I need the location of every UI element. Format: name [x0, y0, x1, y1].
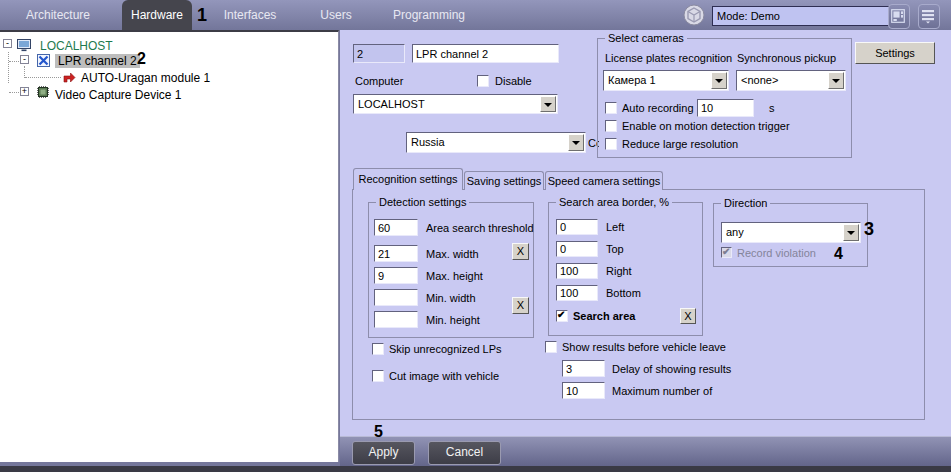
clear-search-area-button[interactable]: X: [680, 308, 696, 324]
computer-label: Computer: [355, 75, 403, 87]
delay-results-field[interactable]: [562, 360, 605, 377]
combo-arrow-icon[interactable]: [828, 72, 844, 89]
max-number-label: Maximum number of: [612, 385, 712, 397]
capture-device-icon: [36, 85, 50, 103]
skip-unrecognized-checkbox[interactable]: [372, 343, 384, 355]
uragan-module-icon: [63, 70, 76, 88]
tree-item-lpr-channel[interactable]: LPR channel 2: [55, 54, 140, 68]
max-height-field[interactable]: [374, 267, 418, 284]
combo-arrow-icon[interactable]: [540, 96, 556, 112]
search-area-checkbox[interactable]: [556, 310, 568, 322]
sync-pickup-combo-value: <none>: [741, 74, 778, 86]
combo-arrow-icon[interactable]: [711, 72, 727, 89]
annotation-3: 3: [864, 220, 874, 238]
auto-recording-checkbox[interactable]: [605, 102, 617, 114]
mode-input[interactable]: [712, 6, 892, 26]
cancel-button[interactable]: Cancel: [428, 441, 501, 465]
skip-unrecognized-label: Skip unrecognized LPs: [389, 343, 502, 355]
reduce-resolution-checkbox[interactable]: [605, 138, 617, 150]
sync-pickup-combo[interactable]: <none>: [736, 70, 846, 91]
apply-button[interactable]: Apply: [352, 441, 415, 465]
seconds-unit-label: s: [769, 102, 775, 114]
min-width-field[interactable]: [374, 289, 418, 306]
computer-combo[interactable]: LOCALHOST: [353, 94, 558, 114]
expand-box-localhost[interactable]: -: [3, 39, 12, 48]
menu-hardware[interactable]: Hardware: [122, 0, 192, 30]
min-width-label: Min. width: [426, 292, 476, 304]
lpr-camera-label: License plates recognition: [605, 52, 732, 64]
object-id-field[interactable]: [353, 44, 405, 63]
lpr-camera-combo[interactable]: Камера 1: [603, 70, 729, 91]
tree-item-video-capture[interactable]: Video Capture Device 1: [55, 88, 182, 102]
menu-interfaces[interactable]: Interfaces: [222, 0, 278, 30]
cut-image-label: Cut image with vehicle: [389, 370, 499, 382]
tab-speed-camera-settings[interactable]: Speed camera settings: [545, 171, 663, 190]
logo-icon[interactable]: [683, 4, 705, 26]
combo-arrow-icon[interactable]: [843, 224, 859, 241]
detection-settings-title: Detection settings: [376, 196, 469, 209]
record-violation-checkbox: [721, 247, 732, 258]
search-area-label: Search area: [573, 310, 635, 322]
tree-item-localhost[interactable]: LOCALHOST: [40, 39, 113, 53]
tab-saving-settings[interactable]: Saving settings: [464, 171, 544, 190]
motion-trigger-label: Enable on motion detection trigger: [622, 120, 790, 132]
border-right-field[interactable]: [556, 263, 598, 279]
menu-users[interactable]: Users: [315, 0, 357, 30]
show-results-checkbox[interactable]: [545, 341, 557, 353]
computer-combo-value: LOCALHOST: [358, 98, 425, 110]
border-top-field[interactable]: [556, 241, 598, 257]
clear-min-size-button[interactable]: X: [512, 297, 529, 314]
combo-arrow-icon[interactable]: [568, 134, 584, 151]
direction-combo-value: any: [726, 226, 744, 238]
menu-programming[interactable]: Programming: [393, 0, 463, 30]
country-combo[interactable]: Russia: [406, 132, 586, 153]
annotation-5: 5: [374, 423, 383, 441]
border-right-label: Right: [606, 265, 632, 277]
search-area-border-title: Search area border, %: [556, 196, 672, 209]
clear-max-size-button[interactable]: X: [512, 243, 529, 260]
area-search-threshold-field[interactable]: [374, 219, 418, 236]
expand-box-video-capture[interactable]: +: [20, 87, 29, 96]
tree-connector: [9, 61, 19, 62]
annotation-4: 4: [834, 245, 843, 263]
country-combo-value: Russia: [411, 136, 445, 148]
screens-button[interactable]: [888, 4, 910, 29]
tree-item-uragan-module[interactable]: AUTO-Uragan module 1: [81, 71, 210, 85]
top-menu-bar: Architecture Hardware Interfaces Users P…: [0, 0, 951, 30]
disable-checkbox[interactable]: [477, 75, 489, 87]
direction-title: Direction: [721, 197, 770, 210]
border-top-label: Top: [606, 243, 624, 255]
max-height-label: Max. height: [426, 270, 483, 282]
area-search-threshold-label: Area search threshold: [426, 222, 534, 234]
max-width-field[interactable]: [374, 245, 418, 262]
min-height-field[interactable]: [374, 311, 418, 328]
window-bottom-edge: [0, 466, 951, 472]
screens-icon: [891, 9, 905, 23]
object-name-field[interactable]: [412, 44, 559, 63]
expand-box-lpr-channel[interactable]: -: [20, 55, 29, 64]
cut-image-checkbox[interactable]: [372, 370, 384, 382]
system-menu-icon: [921, 9, 935, 24]
tab-recognition-settings[interactable]: Recognition settings: [353, 168, 463, 190]
system-menu-button[interactable]: [918, 4, 940, 29]
sync-pickup-label: Synchronous pickup: [737, 52, 836, 64]
border-left-label: Left: [606, 221, 624, 233]
annotation-2: 2: [137, 50, 146, 68]
border-left-field[interactable]: [556, 219, 598, 235]
auto-recording-seconds-field[interactable]: [697, 99, 754, 117]
direction-combo[interactable]: any: [721, 222, 861, 243]
reduce-resolution-label: Reduce large resolution: [622, 138, 738, 150]
max-number-field[interactable]: [562, 382, 605, 399]
delay-results-label: Delay of showing results: [612, 363, 731, 375]
settings-button[interactable]: Settings: [855, 42, 935, 64]
motion-trigger-checkbox[interactable]: [605, 120, 617, 132]
record-violation-label: Record violation: [737, 247, 816, 259]
show-results-label: Show results before vehicle leave: [562, 341, 726, 353]
select-cameras-title: Select cameras: [605, 32, 687, 45]
lpr-camera-combo-value: Камера 1: [608, 74, 656, 86]
tree-connector: [25, 77, 61, 78]
lpr-channel-icon: [37, 53, 50, 71]
annotation-1: 1: [197, 6, 207, 24]
menu-architecture[interactable]: Architecture: [25, 0, 91, 30]
border-bottom-field[interactable]: [556, 285, 598, 301]
